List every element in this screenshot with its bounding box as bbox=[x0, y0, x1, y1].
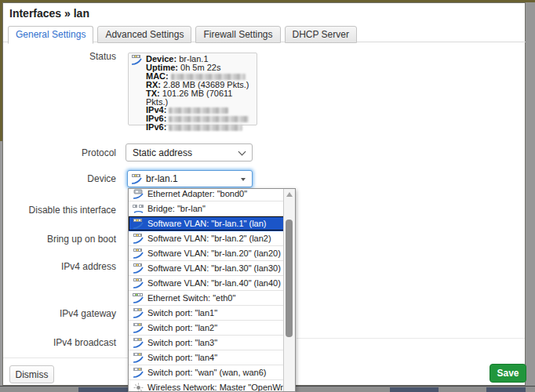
tab-firewall-settings[interactable]: Firewall Settings bbox=[195, 26, 280, 43]
vlan-icon bbox=[133, 234, 144, 244]
tab-advanced-settings[interactable]: Advanced Settings bbox=[97, 26, 191, 43]
port-icon bbox=[133, 368, 144, 378]
protocol-label: Protocol bbox=[0, 147, 116, 158]
vlan-icon bbox=[133, 249, 144, 259]
device-option-label: Switch port: "lan3" bbox=[147, 338, 217, 347]
device-option-label: Bridge: "br-lan" bbox=[147, 204, 206, 213]
ipv4-gateway-label: IPv4 gateway bbox=[0, 308, 116, 319]
device-option-label: Switch port: "lan4" bbox=[147, 353, 217, 362]
device-option[interactable]: Software VLAN: "br-lan.40" (lan40) bbox=[129, 276, 284, 291]
device-option-label: Switch port: "lan1" bbox=[147, 308, 217, 318]
device-option-label: Software VLAN: "br-lan.40" (lan40) bbox=[147, 278, 281, 288]
page-title: Interfaces » lan bbox=[9, 7, 89, 20]
tab-bar: General SettingsAdvanced SettingsFirewal… bbox=[8, 26, 357, 42]
device-option-list: Ethernet Adapter: "bond0"Bridge: "br-lan… bbox=[129, 188, 284, 392]
wifi-icon bbox=[133, 383, 144, 392]
device-option[interactable]: Switch port: "lan3" bbox=[129, 336, 284, 350]
page-background-block bbox=[486, 387, 526, 392]
device-option-label: Software VLAN: "br-lan.2" (lan2) bbox=[147, 234, 271, 243]
switch-icon bbox=[133, 293, 144, 303]
status-field-label: IPv6: bbox=[146, 122, 166, 132]
device-option[interactable]: Software VLAN: "br-lan.2" (lan2) bbox=[129, 231, 284, 246]
screen: Interfaces » lan General SettingsAdvance… bbox=[0, 0, 535, 392]
device-option[interactable]: Software VLAN: "br-lan.30" (lan30) bbox=[129, 261, 284, 276]
ethernet-adapter-icon bbox=[133, 189, 144, 199]
port-icon bbox=[133, 338, 144, 348]
device-option-label: Wireless Network: Master "OpenWrt" (lan) bbox=[147, 383, 284, 392]
form-divider bbox=[297, 338, 525, 339]
scrollbar-thumb[interactable] bbox=[286, 220, 293, 337]
dropdown-scrollbar[interactable] bbox=[283, 189, 295, 391]
device-option[interactable]: Switch port: "lan1" bbox=[129, 306, 284, 321]
device-option-label: Ethernet Switch: "eth0" bbox=[147, 293, 235, 303]
ipv4-broadcast-label: IPv4 broadcast bbox=[0, 337, 116, 348]
device-option[interactable]: Software VLAN: "br-lan.20" (lan20) bbox=[129, 246, 284, 261]
protocol-select-value: Static address bbox=[133, 147, 192, 158]
device-option[interactable]: Bridge: "br-lan" bbox=[129, 201, 284, 216]
device-option[interactable]: Switch port: "wan" (wan, wan6) bbox=[129, 365, 284, 380]
device-option-label: Switch port: "wan" (wan, wan6) bbox=[147, 368, 266, 377]
status-label: Status bbox=[0, 51, 116, 62]
redacted-value bbox=[169, 125, 242, 131]
protocol-select[interactable]: Static address bbox=[126, 143, 253, 162]
tab-dhcp-server[interactable]: DHCP Server bbox=[285, 26, 357, 43]
port-icon bbox=[133, 323, 144, 333]
dropdown-caret-icon bbox=[241, 178, 246, 181]
status-line: TX: 101.26 MB (70611 Pkts.) bbox=[146, 89, 256, 107]
save-button[interactable]: Save bbox=[490, 364, 526, 383]
disable-interface-label: Disable this interface bbox=[0, 205, 116, 216]
status-line: IPv6: bbox=[146, 123, 256, 132]
device-option-label: Software VLAN: "br-lan.1" (lan) bbox=[147, 219, 266, 228]
device-option[interactable]: Ethernet Switch: "eth0" bbox=[129, 291, 284, 306]
redacted-value bbox=[169, 116, 249, 122]
port-icon bbox=[133, 353, 144, 363]
tab-general-settings[interactable]: General Settings bbox=[8, 26, 93, 44]
page-background-block bbox=[390, 387, 439, 392]
device-option-label: Ethernet Adapter: "bond0" bbox=[147, 189, 247, 198]
device-dropdown: Ethernet Adapter: "bond0"Bridge: "br-lan… bbox=[128, 188, 296, 392]
device-option-label: Switch port: "lan2" bbox=[147, 323, 217, 332]
status-field-value: 0h 5m 22s bbox=[180, 63, 220, 72]
page-edge-right bbox=[526, 2, 535, 392]
device-label: Device bbox=[0, 173, 116, 184]
device-select[interactable]: br-lan.1 bbox=[127, 170, 253, 187]
dismiss-button[interactable]: Dismiss bbox=[9, 365, 54, 383]
device-option[interactable]: Ethernet Adapter: "bond0" bbox=[129, 188, 284, 201]
device-option-label: Software VLAN: "br-lan.30" (lan30) bbox=[147, 263, 281, 273]
device-option[interactable]: Switch port: "lan2" bbox=[129, 321, 284, 336]
device-option[interactable]: Switch port: "lan4" bbox=[129, 350, 284, 365]
vlan-icon bbox=[131, 174, 143, 184]
device-option[interactable]: Wireless Network: Master "OpenWrt" (lan) bbox=[129, 380, 284, 392]
device-option[interactable]: Software VLAN: "br-lan.1" (lan) bbox=[129, 216, 284, 231]
ethernet-device-icon bbox=[131, 55, 143, 65]
chevron-down-icon bbox=[238, 148, 246, 156]
device-select-value: br-lan.1 bbox=[146, 173, 178, 184]
redacted-value bbox=[171, 74, 246, 80]
vlan-icon bbox=[133, 278, 144, 289]
bring-up-on-boot-label: Bring up on boot bbox=[0, 234, 116, 245]
vlan-icon bbox=[133, 219, 144, 229]
device-option-label: Software VLAN: "br-lan.20" (lan20) bbox=[147, 249, 281, 258]
footer-divider bbox=[3, 358, 128, 358]
bridge-icon bbox=[133, 204, 144, 214]
vlan-icon bbox=[133, 263, 144, 274]
port-icon bbox=[133, 308, 144, 318]
redacted-value bbox=[169, 107, 228, 114]
scroll-up-icon[interactable] bbox=[286, 191, 293, 198]
status-lines: Device: br-lan.1Uptime: 0h 5m 22sMAC: RX… bbox=[146, 55, 256, 132]
ipv4-address-label: IPv4 address bbox=[0, 261, 116, 272]
